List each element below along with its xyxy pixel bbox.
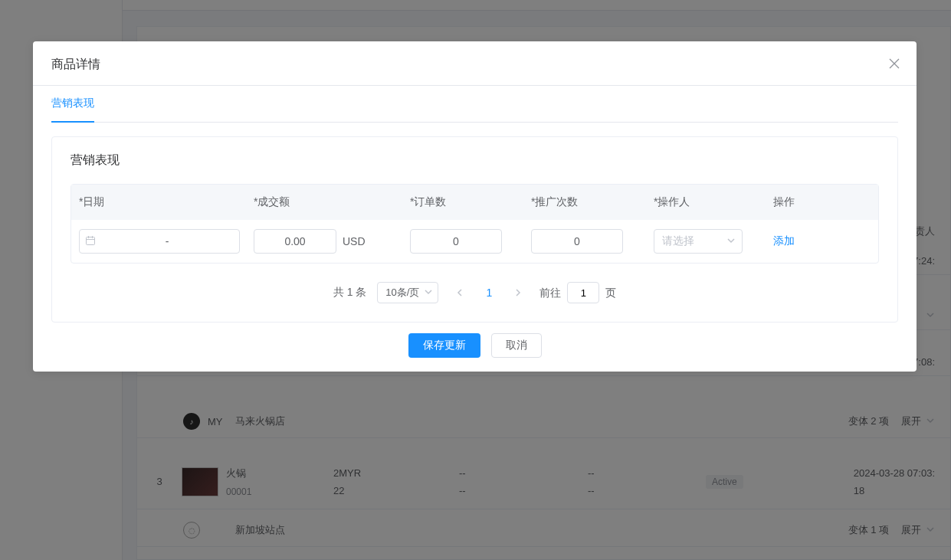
table-header-row: *日期 *成交额 *订单数 *推广次数 *操作人 操作 (71, 185, 878, 220)
add-button[interactable]: 添加 (773, 234, 795, 247)
page-size-label: 10条/页 (385, 286, 419, 300)
page-number[interactable]: 1 (481, 287, 497, 299)
jumper-input[interactable] (567, 282, 599, 303)
operator-select[interactable]: 请选择 (654, 229, 743, 254)
pagination: 共 1 条 10条/页 1 前往 页 (71, 282, 879, 303)
tabs: 营销表现 营销表现 *日期 *成交额 *订单数 *推广次数 *操作人 操作 (33, 86, 917, 323)
performance-table: *日期 *成交额 *订单数 *推广次数 *操作人 操作 (71, 184, 879, 264)
chevron-down-icon (726, 235, 736, 247)
product-detail-modal: 商品详情 营销表现 营销表现 *日期 *成交额 *订单数 *推广次数 *操作人 (33, 41, 917, 372)
col-header-action: 操作 (773, 195, 873, 209)
tab-marketing-performance[interactable]: 营销表现 (51, 86, 94, 123)
col-header-date: *日期 (79, 195, 254, 209)
col-header-promos: *推广次数 (531, 195, 654, 209)
page-size-select[interactable]: 10条/页 (377, 282, 438, 303)
pagination-total: 共 1 条 (333, 286, 367, 300)
next-page-button[interactable] (507, 282, 529, 303)
calendar-icon (85, 235, 96, 248)
col-header-amount: *成交额 (254, 195, 410, 209)
currency-label: USD (343, 235, 366, 247)
col-header-operator: *操作人 (654, 195, 773, 209)
save-button[interactable]: 保存更新 (408, 333, 480, 358)
cancel-button[interactable]: 取消 (491, 333, 542, 358)
svg-rect-0 (87, 237, 95, 245)
chevron-down-icon (424, 287, 433, 299)
amount-input[interactable] (254, 229, 336, 254)
col-header-orders: *订单数 (410, 195, 531, 209)
prev-page-button[interactable] (449, 282, 471, 303)
modal-footer: 保存更新 取消 (33, 323, 917, 372)
operator-placeholder: 请选择 (662, 234, 694, 248)
table-row: USD 请选择 (71, 220, 878, 263)
marketing-performance-card: 营销表现 *日期 *成交额 *订单数 *推广次数 *操作人 操作 (51, 136, 898, 323)
modal-title: 商品详情 (51, 57, 100, 70)
promos-input[interactable] (531, 229, 623, 254)
close-icon[interactable] (889, 58, 900, 71)
date-range-input[interactable] (79, 229, 240, 254)
jumper-prefix: 前往 (539, 287, 561, 299)
jumper-suffix: 页 (605, 287, 616, 299)
modal-header: 商品详情 (33, 41, 917, 85)
orders-input[interactable] (410, 229, 502, 254)
card-title: 营销表现 (71, 152, 879, 169)
